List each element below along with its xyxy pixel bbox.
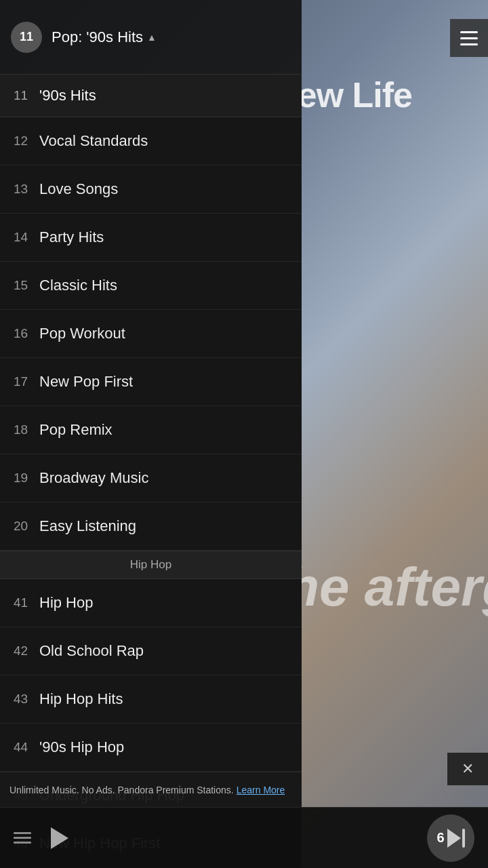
list-view-icon[interactable] (14, 832, 31, 844)
station-number: 19 (14, 471, 39, 486)
hiphop-station-item[interactable]: 44 '90s Hip Hop (0, 724, 302, 772)
ad-text: Unlimited Music. No Ads. Pandora Premium… (9, 785, 234, 795)
hiphop-section-label: Hip Hop (130, 558, 171, 572)
station-label: Vocal Standards (39, 132, 148, 150)
station-number: 16 (14, 326, 39, 341)
ad-learn-more-link[interactable]: Learn More (237, 785, 285, 795)
station-number: 15 (14, 278, 39, 293)
station-label: Love Songs (39, 180, 118, 198)
station-label: Pop Workout (39, 325, 125, 342)
header-title: Pop: '90s Hits (52, 28, 143, 46)
station-label: New Pop First (39, 373, 133, 391)
active-item-number: 11 (14, 88, 39, 103)
play-button[interactable] (42, 821, 77, 856)
pop-station-item[interactable]: 18 Pop Remix (0, 406, 302, 454)
station-label: Pop Remix (39, 421, 113, 439)
next-track-button[interactable] (447, 829, 465, 848)
station-number: 12 (14, 134, 39, 149)
station-label: Broadway Music (39, 469, 148, 487)
pop-station-item[interactable]: 17 New Pop First (0, 358, 302, 406)
hiphop-section-divider: Hip Hop (0, 551, 302, 579)
menu-bar-2 (460, 37, 478, 39)
list-line-1 (14, 832, 31, 834)
pop-station-item[interactable]: 15 Classic Hits (0, 262, 302, 310)
hiphop-station-item[interactable]: 42 Old School Rap (0, 627, 302, 675)
station-label: Easy Listening (39, 517, 136, 535)
pop-station-item[interactable]: 14 Party Hits (0, 214, 302, 262)
pop-station-item[interactable]: 20 Easy Listening (0, 502, 302, 551)
track-number: 6 (436, 830, 444, 846)
menu-bar-1 (460, 31, 478, 33)
ad-banner: Unlimited Music. No Ads. Pandora Premium… (0, 772, 302, 807)
station-label: Classic Hits (39, 277, 117, 294)
pop-station-item[interactable]: 16 Pop Workout (0, 310, 302, 358)
station-label: Hip Hop Hits (39, 690, 123, 708)
play-icon (51, 827, 68, 849)
hiphop-station-item[interactable]: 43 Hip Hop Hits (0, 675, 302, 724)
station-label: Party Hits (39, 229, 104, 246)
pop-stations-list: 12 Vocal Standards 13 Love Songs 14 Part… (0, 117, 302, 551)
header-bar: 11 Pop: '90s Hits ▲ (0, 0, 302, 75)
next-track-end-bar (462, 829, 465, 848)
hiphop-station-item[interactable]: 41 Hip Hop (0, 579, 302, 627)
header-badge: 11 (11, 22, 42, 53)
header-arrow-icon: ▲ (147, 32, 157, 43)
active-station-item[interactable]: 11 '90s Hits (0, 75, 302, 117)
station-number: 13 (14, 182, 39, 197)
player-left-controls (14, 821, 427, 856)
active-item-label: '90s Hits (39, 87, 96, 104)
close-button[interactable]: ✕ (447, 753, 488, 785)
next-track-icon (447, 829, 461, 848)
close-icon: ✕ (462, 760, 474, 778)
station-label: Old School Rap (39, 642, 144, 660)
player-bar: 6 (0, 807, 488, 868)
pop-station-item[interactable]: 12 Vocal Standards (0, 117, 302, 165)
pop-station-item[interactable]: 13 Love Songs (0, 165, 302, 214)
player-right-controls: 6 (427, 814, 474, 862)
station-number: 17 (14, 374, 39, 389)
station-number: 14 (14, 230, 39, 245)
pop-station-item[interactable]: 19 Broadway Music (0, 454, 302, 502)
menu-button[interactable] (450, 19, 488, 57)
station-dropdown: 11 '90s Hits 12 Vocal Standards 13 Love … (0, 75, 302, 868)
station-number: 43 (14, 692, 39, 707)
station-label: '90s Hip Hop (39, 738, 124, 756)
station-label: Hip Hop (39, 594, 93, 612)
list-line-2 (14, 837, 31, 839)
menu-bar-3 (460, 43, 478, 45)
station-number: 41 (14, 595, 39, 610)
station-number: 18 (14, 422, 39, 437)
station-number: 42 (14, 644, 39, 658)
list-line-3 (14, 842, 31, 844)
station-number: 44 (14, 740, 39, 755)
station-number: 20 (14, 519, 39, 534)
track-number-badge: 6 (427, 814, 474, 862)
